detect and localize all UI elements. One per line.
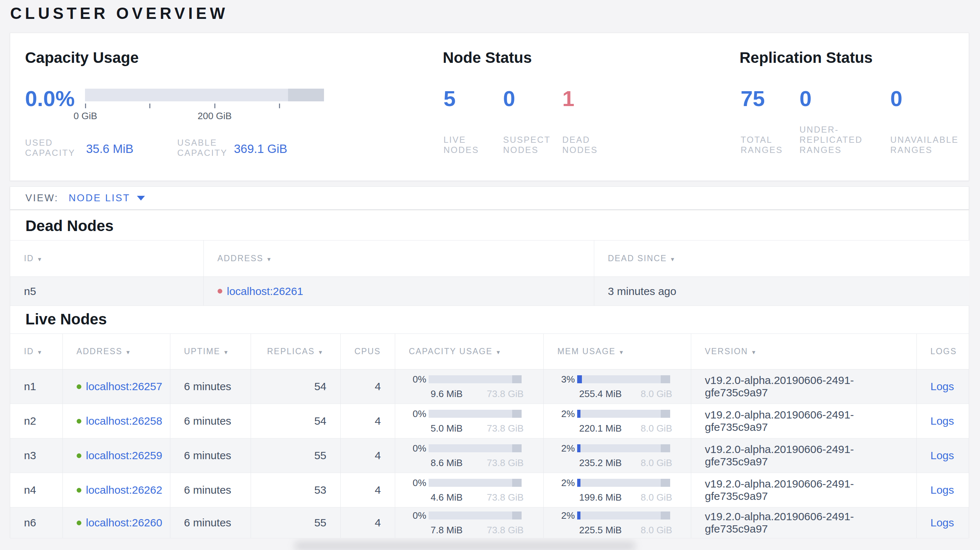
mem-usage-cell: 2% 199.6 MiB 8.0 GiB — [543, 473, 691, 507]
logs-cell: Logs — [916, 507, 969, 538]
cpus-cell: 4 — [340, 507, 395, 538]
sort-caret-icon: ▼ — [619, 349, 625, 355]
capacity-bar — [429, 410, 522, 418]
capacity-usage-title: Capacity Usage — [25, 49, 139, 67]
version-cell: v19.2.0-alpha.20190606-2491-gfe735c9a97 — [691, 369, 916, 404]
node-address-link[interactable]: localhost:26260 — [86, 517, 162, 529]
sort-caret-icon: ▼ — [318, 349, 324, 355]
mem-bar — [577, 410, 670, 418]
view-selector-dropdown[interactable]: NODE LIST — [68, 192, 145, 204]
sort-caret-icon: ▼ — [125, 349, 132, 355]
capacity-usage-meter: 0 GiB 200 GiB — [85, 89, 324, 132]
live-col-replicas[interactable]: REPLICAS▼ — [251, 334, 340, 369]
live-status-dot-icon — [76, 453, 81, 458]
replicas-cell: 53 — [251, 473, 340, 507]
view-label: VIEW: — [25, 192, 59, 204]
logs-cell: Logs — [916, 439, 969, 473]
capacity-meter-track — [85, 89, 324, 101]
dead-nodes-table: ID▼ ADDRESS▼ DEAD SINCE▼ n5 localhost:26… — [10, 240, 969, 306]
dead-col-dead-since[interactable]: DEAD SINCE▼ — [594, 240, 969, 277]
dead-status-dot-icon — [218, 289, 222, 294]
node-id-cell: n2 — [10, 404, 62, 439]
sort-caret-icon: ▼ — [223, 349, 229, 355]
node-address-link[interactable]: localhost:26259 — [86, 449, 162, 462]
cpus-cell: 4 — [340, 473, 395, 507]
mem-usage-cell: 2% 220.1 MiB 8.0 GiB — [543, 404, 691, 439]
usable-capacity-value: 369.1 GiB — [234, 142, 287, 156]
version-cell: v19.2.0-alpha.20190606-2491-gfe735c9a97 — [691, 404, 916, 439]
live-col-cpus[interactable]: CPUS — [340, 334, 395, 369]
used-capacity-value: 35.6 MiB — [86, 142, 133, 156]
replicas-cell: 54 — [251, 369, 340, 404]
logs-cell: Logs — [916, 404, 969, 439]
uptime-cell: 6 minutes — [170, 369, 251, 404]
node-id-cell: n6 — [10, 507, 62, 538]
dock-shadow — [294, 541, 636, 550]
uptime-cell: 6 minutes — [170, 507, 251, 538]
live-col-uptime[interactable]: UPTIME▼ — [170, 334, 251, 369]
node-id-cell: n4 — [10, 473, 62, 507]
under-replicated-ranges-count: 0 — [799, 86, 811, 111]
suspect-nodes-label: SUSPECT NODES — [503, 135, 550, 155]
under-replicated-ranges-label: UNDER- REPLICATED RANGES — [799, 125, 863, 155]
node-address-cell: localhost:26261 — [204, 277, 594, 306]
axis-tick-label-0gib: 0 GiB — [64, 110, 107, 122]
mem-bar — [577, 512, 670, 520]
table-row: n3 localhost:26259 6 minutes 55 4 0% 8.6… — [10, 439, 969, 473]
mem-usage-cell: 3% 255.4 MiB 8.0 GiB — [543, 369, 691, 404]
unavailable-ranges-count: 0 — [890, 86, 902, 111]
logs-link[interactable]: Logs — [931, 517, 954, 529]
logs-link[interactable]: Logs — [931, 449, 954, 461]
capacity-meter-reserved-segment — [288, 89, 324, 101]
table-row: n5 localhost:26261 3 minutes ago — [10, 277, 969, 306]
live-nodes-label: LIVE NODES — [444, 135, 479, 155]
dead-col-address[interactable]: ADDRESS▼ — [204, 240, 594, 277]
view-bar: VIEW: NODE LIST — [10, 186, 969, 210]
suspect-nodes-count: 0 — [503, 86, 515, 111]
replication-status-title: Replication Status — [740, 49, 872, 67]
live-col-address[interactable]: ADDRESS▼ — [62, 334, 170, 369]
sort-caret-icon: ▼ — [266, 256, 272, 262]
node-id-cell: n5 — [10, 277, 204, 306]
dead-nodes-heading: Dead Nodes — [25, 217, 114, 235]
node-address-cell: localhost:26260 — [62, 507, 170, 538]
total-ranges-count: 75 — [741, 86, 765, 111]
sort-caret-icon: ▼ — [37, 256, 43, 262]
live-nodes-table: ID▼ ADDRESS▼ UPTIME▼ REPLICAS▼ CPUS CAPA… — [10, 334, 969, 538]
node-status-title: Node Status — [443, 49, 532, 67]
cpus-cell: 4 — [340, 369, 395, 404]
live-col-version[interactable]: VERSION▼ — [691, 334, 916, 369]
table-row: n2 localhost:26258 6 minutes 54 4 0% 5.0… — [10, 404, 969, 439]
unavailable-ranges-label: UNAVAILABLE RANGES — [890, 135, 959, 155]
axis-tick — [214, 103, 215, 108]
live-col-logs: LOGS — [916, 334, 969, 369]
dead-col-id[interactable]: ID▼ — [10, 240, 204, 277]
live-col-mem[interactable]: MEM USAGE▼ — [543, 334, 691, 369]
node-address-link[interactable]: localhost:26261 — [227, 285, 303, 297]
live-col-id[interactable]: ID▼ — [10, 334, 62, 369]
capacity-usage-cell: 0% 7.8 MiB 73.8 GiB — [395, 507, 543, 538]
capacity-usage-percent: 0.0% — [25, 86, 75, 111]
logs-link[interactable]: Logs — [931, 484, 954, 496]
axis-tick — [149, 103, 150, 108]
logs-cell: Logs — [916, 369, 969, 404]
node-address-link[interactable]: localhost:26262 — [86, 484, 162, 496]
node-address-cell: localhost:26262 — [62, 473, 170, 507]
cpus-cell: 4 — [340, 404, 395, 439]
node-address-link[interactable]: localhost:26257 — [86, 380, 162, 393]
live-status-dot-icon — [76, 521, 81, 525]
node-address-link[interactable]: localhost:26258 — [86, 415, 162, 427]
table-row: n6 localhost:26260 6 minutes 55 4 0% 7.8… — [10, 507, 969, 538]
dead-nodes-label: DEAD NODES — [562, 135, 598, 155]
logs-link[interactable]: Logs — [931, 415, 954, 427]
capacity-usage-cell: 0% 4.6 MiB 73.8 GiB — [395, 473, 543, 507]
capacity-bar — [429, 479, 522, 487]
page-title: CLUSTER OVERVIEW — [10, 4, 228, 22]
cluster-summary-card: Capacity Usage 0.0% 0 GiB 200 GiB USED C… — [10, 33, 969, 181]
sort-caret-icon: ▼ — [37, 349, 43, 355]
capacity-usage-cell: 0% 5.0 MiB 73.8 GiB — [395, 404, 543, 439]
logs-link[interactable]: Logs — [931, 380, 954, 392]
live-col-capacity[interactable]: CAPACITY USAGE▼ — [395, 334, 543, 369]
cpus-cell: 4 — [340, 439, 395, 473]
view-selected-value: NODE LIST — [68, 192, 130, 204]
